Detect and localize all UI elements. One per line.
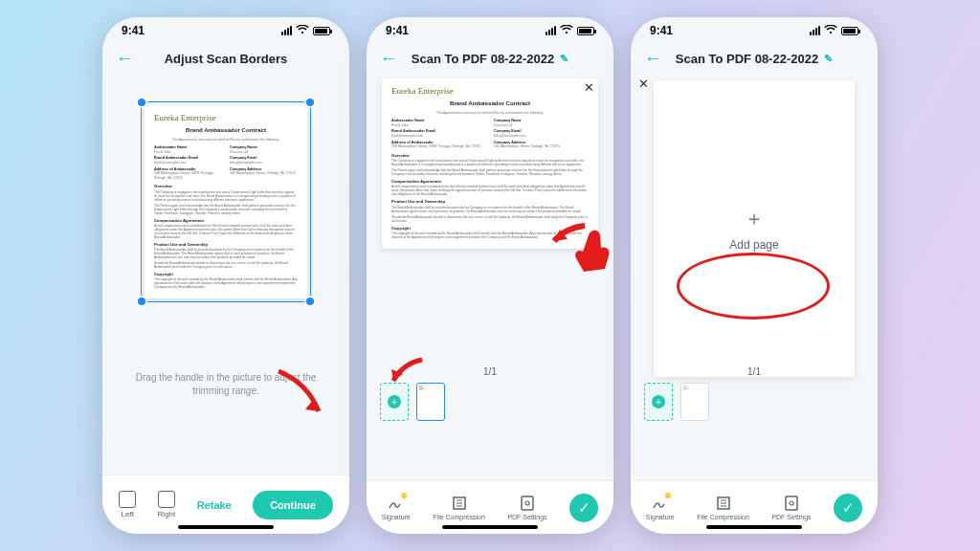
rotate-right-icon	[158, 491, 175, 508]
svg-rect-4	[786, 496, 797, 510]
page-indicator: 1/1	[631, 366, 878, 377]
phone-screen-3: 9:41 ← Scan To PDF 08-22-2022 ✎ ✕ ＋ Add …	[631, 17, 878, 534]
annotation-swipe-hand-icon	[546, 216, 612, 277]
crop-handle-bl[interactable]	[136, 296, 147, 307]
plus-icon: ＋	[742, 206, 767, 231]
status-time: 9:41	[122, 24, 145, 37]
page-thumbnail-1[interactable]: ▬▬▬▬▬▬▬▬▬▬▬▬▬▬	[416, 383, 445, 421]
close-page-icon[interactable]: ✕	[584, 80, 594, 95]
status-bar: 9:41	[367, 17, 613, 44]
signature-button[interactable]: Signature	[382, 495, 411, 520]
screen-header: ← Scan To PDF 08-22-2022 ✎	[631, 44, 878, 73]
confirm-fab[interactable]: ✓	[569, 494, 598, 522]
back-arrow-icon[interactable]: ←	[116, 50, 133, 67]
wifi-icon	[296, 25, 309, 36]
thumbnail-strip: + ▬▬▬▬▬▬▬▬▬▬▬▬▬▬	[367, 377, 613, 427]
add-page-card[interactable]: ＋ Add page	[654, 80, 855, 377]
phone-screen-1: 9:41 ← Adjust Scan Borders Eureka Enterp…	[102, 17, 349, 534]
instruction-text: Drag the handle in the picture to adjust…	[102, 371, 349, 398]
crop-area[interactable]: Eureka Enterprise Brand Ambassador Contr…	[145, 105, 307, 298]
status-time: 9:41	[650, 24, 673, 37]
signature-icon	[652, 495, 669, 512]
svg-rect-1	[522, 496, 533, 510]
settings-icon	[519, 495, 536, 512]
file-compression-button[interactable]: File Compression	[433, 495, 484, 520]
cell-signal-icon	[810, 26, 820, 35]
pdf-settings-button[interactable]: PDF Settings	[507, 495, 546, 520]
rotate-right-button[interactable]: Right	[158, 491, 176, 518]
check-icon: ✓	[578, 499, 590, 517]
svg-point-5	[790, 501, 793, 505]
thumbnail-strip: + ▬▬▬▬▬▬▬▬▬▬▬▬▬▬	[631, 377, 878, 427]
page-title: Scan To PDF 08-22-2022	[412, 52, 554, 66]
signature-icon	[388, 495, 405, 512]
battery-icon	[841, 27, 858, 35]
screen-header: ← Adjust Scan Borders	[102, 44, 349, 73]
pdf-settings-button[interactable]: PDF Settings	[771, 495, 811, 520]
status-time: 9:41	[386, 24, 409, 37]
rotate-left-icon	[119, 491, 136, 508]
add-page-thumbnail[interactable]: +	[644, 383, 673, 421]
back-arrow-icon[interactable]: ←	[380, 50, 397, 67]
retake-button[interactable]: Retake	[197, 499, 232, 511]
annotation-highlight-ring	[677, 253, 830, 320]
battery-icon	[313, 27, 330, 35]
back-arrow-icon[interactable]: ←	[644, 50, 661, 67]
screen-header: ← Scan To PDF 08-22-2022 ✎	[367, 44, 613, 73]
wifi-icon	[560, 25, 573, 36]
home-indicator[interactable]	[178, 525, 274, 529]
edit-title-icon[interactable]: ✎	[824, 53, 833, 65]
wifi-icon	[824, 25, 837, 36]
cell-signal-icon	[281, 26, 292, 35]
rotate-left-button[interactable]: Left	[119, 491, 136, 518]
close-page-icon[interactable]: ✕	[638, 77, 649, 91]
continue-button[interactable]: Continue	[253, 491, 333, 519]
plus-icon: +	[652, 395, 665, 408]
page-thumbnail-1[interactable]: ▬▬▬▬▬▬▬▬▬▬▬▬▬▬	[680, 383, 709, 421]
crop-handle-tl[interactable]	[136, 97, 147, 108]
status-bar: 9:41	[102, 17, 349, 44]
settings-icon	[783, 495, 800, 512]
battery-icon	[577, 27, 594, 35]
home-indicator[interactable]	[442, 525, 538, 529]
signature-button[interactable]: Signature	[646, 495, 675, 520]
crop-handle-tr[interactable]	[304, 97, 316, 108]
add-page-label: Add page	[729, 238, 778, 252]
compress-icon	[451, 495, 468, 512]
page-indicator: 1/1	[367, 366, 613, 377]
confirm-fab[interactable]: ✓	[834, 494, 862, 522]
check-icon: ✓	[842, 499, 855, 517]
status-bar: 9:41	[631, 17, 878, 44]
crop-handle-br[interactable]	[304, 296, 316, 307]
page-title: Scan To PDF 08-22-2022	[676, 52, 818, 66]
phone-screen-2: 9:41 ← Scan To PDF 08-22-2022 ✎ ✕ Eureka…	[367, 17, 613, 534]
add-page-thumbnail[interactable]: +	[380, 383, 409, 421]
compress-icon	[715, 495, 732, 512]
home-indicator[interactable]	[706, 525, 802, 529]
edit-title-icon[interactable]: ✎	[560, 53, 568, 65]
file-compression-button[interactable]: File Compression	[697, 495, 748, 520]
crop-frame[interactable]	[141, 101, 311, 302]
plus-icon: +	[388, 395, 401, 408]
page-title: Adjust Scan Borders	[165, 52, 288, 66]
svg-point-2	[525, 501, 529, 505]
cell-signal-icon	[546, 26, 556, 35]
